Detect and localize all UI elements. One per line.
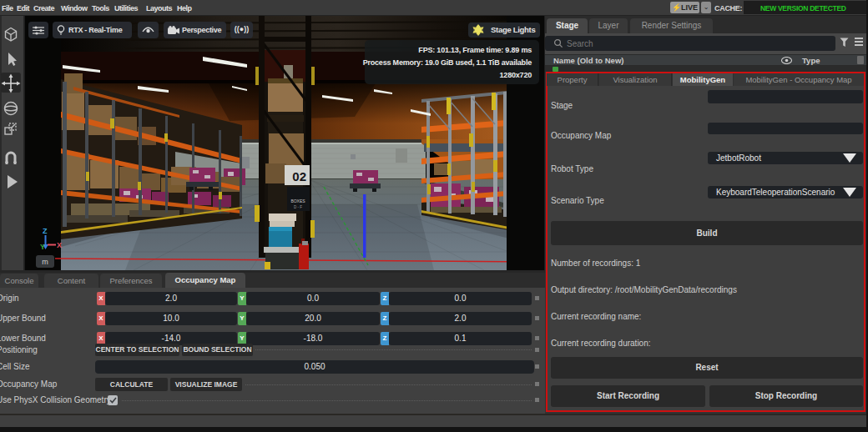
svg-text:Z: Z [43, 227, 48, 235]
svg-text:X: X [57, 241, 62, 249]
svg-text:Y: Y [40, 243, 45, 251]
svg-text:m: m [42, 258, 48, 266]
svg-text:BOXES: BOXES [290, 198, 305, 203]
svg-text:02: 02 [292, 169, 306, 183]
svg-text:D - F: D - F [294, 205, 302, 209]
